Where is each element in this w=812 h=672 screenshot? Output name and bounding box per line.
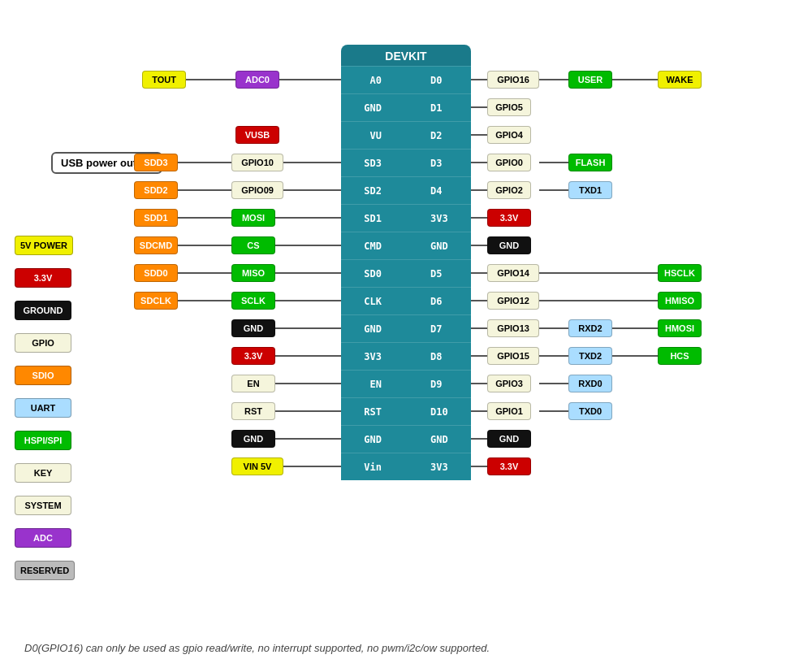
badge-hmosi: HMOSI <box>658 319 702 337</box>
right-pin: D1 <box>430 102 461 114</box>
badge-rxd2: RXD2 <box>568 319 612 337</box>
badge-sdd0: SDD0 <box>134 264 178 282</box>
connector-line <box>471 438 487 440</box>
left-pin: EN <box>351 379 382 390</box>
connector-line <box>283 162 341 163</box>
badge-rst: RST <box>231 402 275 420</box>
badge-vin5v: VIN 5V <box>231 457 283 475</box>
connector-line <box>178 189 231 191</box>
connector-line <box>178 300 231 301</box>
legend-item-reserved: RESERVED <box>15 561 75 580</box>
badge-gpio15: GPIO15 <box>487 347 539 365</box>
right-pin: D3 <box>430 158 461 169</box>
right-pin: D0 <box>430 75 461 86</box>
connector-line <box>539 410 568 412</box>
connector-line <box>471 106 487 108</box>
connector-line <box>275 383 341 384</box>
connector-line <box>275 327 341 329</box>
chip-row: RSTD10 <box>341 397 471 425</box>
footer-text: D0(GPIO16) can only be used as gpio read… <box>24 642 490 654</box>
badge-flash: FLASH <box>568 154 612 171</box>
badge-gnd: GND <box>231 319 275 337</box>
badge-adc0: ADC0 <box>235 71 279 89</box>
legend-item-uart: UART <box>15 398 71 418</box>
connector-line <box>612 79 658 80</box>
chip-row: END9 <box>341 370 471 397</box>
legend-item-system: SYSTEM <box>15 496 71 515</box>
badge-33v: 3.3V <box>487 457 531 475</box>
badge-33v: 3.3V <box>487 209 531 227</box>
chip-row: CLKD6 <box>341 287 471 314</box>
badge-sdcmd: SDCMD <box>134 236 178 254</box>
badge-gpio09: GPIO09 <box>231 181 283 199</box>
right-pin: D7 <box>430 323 461 335</box>
badge-gpio1: GPIO1 <box>487 402 531 420</box>
legend-item-5v-power: 5V POWER <box>15 236 73 255</box>
connector-line <box>283 189 341 191</box>
left-pin: A0 <box>351 75 382 86</box>
legend-item-sdio: SDIO <box>15 366 71 385</box>
right-pin: D9 <box>430 379 461 390</box>
right-pin: D8 <box>430 351 461 362</box>
legend-item-adc: ADC <box>15 528 71 548</box>
connector-line <box>471 245 487 246</box>
legend-item-hspi-spi: HSPI/SPI <box>15 431 71 450</box>
badge-hsclk: HSCLK <box>658 264 702 282</box>
left-pin: SD3 <box>351 158 382 169</box>
left-pin: SD2 <box>351 185 382 197</box>
right-pin: 3V3 <box>430 462 461 473</box>
right-pin: D5 <box>430 268 461 280</box>
connector-line <box>178 245 231 246</box>
connector-line <box>539 272 658 274</box>
left-pin: SD0 <box>351 268 382 280</box>
badge-vusb: VUSB <box>235 126 279 144</box>
badge-sdd2: SDD2 <box>134 181 178 199</box>
badge-sdclk: SDCLK <box>134 292 178 310</box>
badge-cs: CS <box>231 236 275 254</box>
chip-row: A0D0 <box>341 66 471 93</box>
connector-line <box>539 189 568 191</box>
connector-line <box>178 272 231 274</box>
chip-body: A0D0GNDD1VUD2SD3D3SD2D4SD13V3CMDGNDSD0D5… <box>341 66 471 480</box>
connector-line <box>275 438 341 440</box>
connector-line <box>471 79 487 80</box>
diagram: DEVKIT A0D0GNDD1VUD2SD3D3SD2D4SD13V3CMDG… <box>0 0 812 672</box>
badge-miso: MISO <box>231 264 275 282</box>
left-pin: 3V3 <box>351 351 382 362</box>
connector-line <box>612 355 658 357</box>
connector-line <box>539 79 568 80</box>
connector-line <box>471 300 487 301</box>
connector-line <box>471 162 487 163</box>
connector-line <box>471 217 487 219</box>
connector-line <box>178 162 231 163</box>
left-pin: GND <box>351 434 382 445</box>
connector-line <box>471 355 487 357</box>
badge-gpio0: GPIO0 <box>487 154 531 171</box>
chip-row: GNDD7 <box>341 314 471 342</box>
chip-row: 3V3D8 <box>341 342 471 370</box>
chip-row: CMDGND <box>341 232 471 259</box>
badge-sdd1: SDD1 <box>134 209 178 227</box>
legend-item-ground: GROUND <box>15 301 71 320</box>
connector-line <box>283 466 341 467</box>
connector-line <box>471 410 487 412</box>
connector-line <box>539 327 568 329</box>
left-pin: CMD <box>351 241 382 252</box>
badge-hmiso: HMISO <box>658 292 702 310</box>
connector-line <box>612 327 658 329</box>
badge-gnd: GND <box>487 430 531 448</box>
badge-gpio12: GPIO12 <box>487 292 539 310</box>
legend-item-3-3v: 3.3V <box>15 268 71 288</box>
chip: DEVKIT A0D0GNDD1VUD2SD3D3SD2D4SD13V3CMDG… <box>341 45 471 480</box>
connector-line <box>275 272 341 274</box>
right-pin: D6 <box>430 296 461 307</box>
badge-sclk: SCLK <box>231 292 275 310</box>
badge-33v: 3.3V <box>231 347 275 365</box>
chip-row: SD13V3 <box>341 204 471 232</box>
connector-line <box>275 245 341 246</box>
connector-line <box>539 300 658 301</box>
legend-item-gpio: GPIO <box>15 333 71 353</box>
badge-user: USER <box>568 71 612 89</box>
connector-line <box>275 217 341 219</box>
connector-line <box>539 383 568 384</box>
